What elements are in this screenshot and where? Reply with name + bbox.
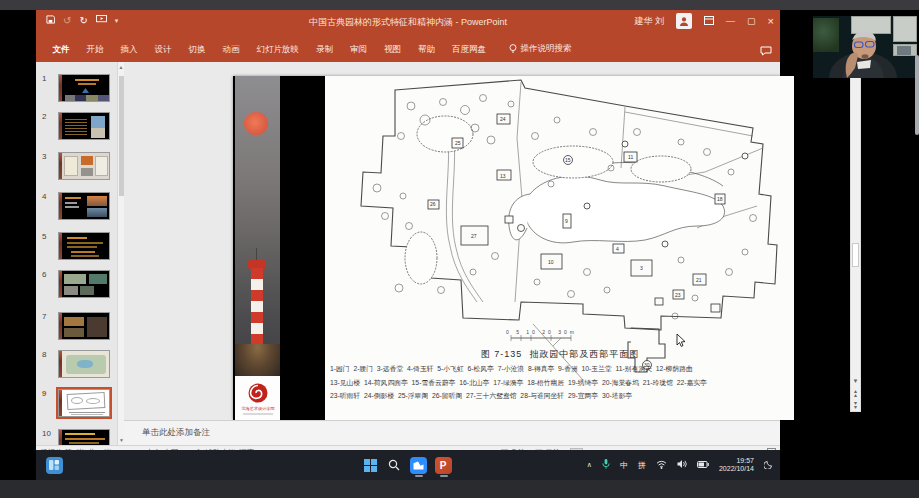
slide-photo-strip: 北海艺术设计学院: [235, 76, 280, 420]
tell-me-search[interactable]: 操作说明搜索: [509, 43, 572, 55]
microphone-icon[interactable]: [602, 459, 610, 472]
slide-thumbnail-6[interactable]: [58, 270, 110, 298]
next-slide-button[interactable]: ▾▾: [851, 401, 860, 411]
logo-text: 北海艺术设计学院: [241, 406, 274, 411]
save-icon[interactable]: [46, 15, 55, 26]
do-not-disturb-moon-icon[interactable]: [764, 459, 774, 471]
meeting-bottom-bar: [0, 480, 919, 498]
start-button[interactable]: [360, 455, 380, 475]
slide-number: 4: [42, 192, 46, 201]
powerpoint-app-icon[interactable]: P: [433, 455, 453, 475]
svg-text:4: 4: [616, 246, 619, 252]
windows-taskbar: P ∧ 中 拼 19:57 2022/10/14: [36, 450, 780, 480]
slide-edit-area: 北海艺术设计学院: [124, 62, 780, 420]
slide-number: 5: [42, 232, 46, 241]
tray-clock[interactable]: 19:57 2022/10/14: [719, 457, 754, 473]
panel-scrollbar-right[interactable]: [915, 55, 919, 135]
slide-thumbnail-1[interactable]: [58, 74, 110, 102]
powerpoint-window: 中国古典园林的形式特征和精神内涵 - PowerPoint ↺ ↻ ▾ 建华 刘…: [36, 10, 780, 450]
participant-video-tile[interactable]: [813, 16, 917, 78]
svg-text:26: 26: [430, 201, 436, 207]
close-button[interactable]: ×: [768, 15, 774, 27]
svg-text:25: 25: [455, 140, 461, 146]
qat-customize-icon[interactable]: ▾: [115, 17, 119, 25]
slide-thumbnail-2[interactable]: [58, 112, 110, 140]
svg-text:23: 23: [675, 292, 681, 298]
slide-number: 7: [42, 312, 46, 321]
slide-number: 6: [42, 270, 46, 279]
svg-text:21: 21: [696, 277, 702, 283]
plan-legend-line-3: 23-听雨轩 24-倒影楼 25-浮翠阁 26-留听阁 27-三十六鸳鸯馆 28…: [330, 391, 792, 401]
slide-number-selected: 9: [42, 389, 46, 398]
tab-transitions[interactable]: 切换: [180, 36, 214, 62]
slide-thumbnail-10[interactable]: [58, 429, 110, 445]
tab-baidu-netdisk[interactable]: 百度网盘: [444, 36, 495, 62]
slide-number: 1: [42, 74, 46, 83]
tab-review[interactable]: 审阅: [342, 36, 376, 62]
tab-insert[interactable]: 插入: [112, 36, 146, 62]
battery-icon[interactable]: [697, 461, 709, 470]
garden-plan-figure: 15 13 24 25 26 27 10 3 4 9 11 18 21 23: [325, 76, 794, 420]
svg-text:13: 13: [500, 173, 506, 179]
avatar[interactable]: [676, 13, 692, 29]
plan-legend-line-1: 1-园门 2-腰门 3-远香堂 4-倚玉轩 5-小飞虹 6-松风亭 7-小沧浪 …: [330, 364, 792, 374]
previous-slide-button[interactable]: ▴▴: [851, 389, 860, 399]
slide-thumbnail-5[interactable]: [58, 232, 110, 260]
tab-file[interactable]: 文件: [44, 36, 78, 62]
scroll-down-icon[interactable]: ▼: [851, 377, 860, 387]
scroll-thumb[interactable]: [852, 243, 859, 267]
svg-text:24: 24: [500, 116, 506, 122]
svg-text:18: 18: [717, 196, 723, 202]
redo-icon[interactable]: ↻: [79, 15, 87, 26]
undo-icon[interactable]: ↺: [63, 15, 71, 26]
slide-number: 10: [42, 429, 51, 438]
account-name[interactable]: 建华 刘: [635, 15, 665, 28]
ribbon-display-options-icon[interactable]: [704, 16, 714, 27]
slide-number: 3: [42, 152, 46, 161]
slide-thumbnail-9-selected[interactable]: [58, 389, 110, 417]
minimize-button[interactable]: —: [726, 16, 735, 26]
notes-pane[interactable]: 单击此处添加备注: [124, 420, 780, 445]
sun-photo: [244, 112, 268, 135]
meeting-top-bar: [0, 0, 919, 10]
slide-scrollbar[interactable]: ▲ ▼ ▴▴ ▾▾: [850, 62, 861, 412]
titlebar-controls: 建华 刘 — ▢ ×: [635, 13, 774, 29]
slide-number: 2: [42, 112, 46, 121]
tab-animations[interactable]: 动画: [214, 36, 248, 62]
widgets-icon[interactable]: [44, 455, 64, 475]
tab-slideshow[interactable]: 幻灯片放映: [248, 36, 308, 62]
tab-design[interactable]: 设计: [146, 36, 180, 62]
lighthouse-rocks: [235, 344, 280, 378]
tab-record[interactable]: 录制: [308, 36, 342, 62]
notes-placeholder: 单击此处添加备注: [142, 427, 210, 437]
volume-icon[interactable]: [677, 459, 687, 471]
plan-scale-bar-label: 0 5 10 20 30m: [506, 329, 577, 335]
logo-subtext-bar: [243, 413, 273, 415]
svg-text:10: 10: [548, 259, 554, 265]
thumbnail-scrollbar[interactable]: ▲ ▼: [117, 62, 124, 445]
start-slideshow-icon[interactable]: [96, 15, 107, 26]
lightbulb-icon: [509, 44, 517, 54]
slide-canvas[interactable]: 北海艺术设计学院: [233, 76, 844, 420]
slide-thumbnail-8[interactable]: [58, 350, 110, 378]
svg-text:15: 15: [565, 157, 571, 163]
svg-text:9: 9: [565, 218, 568, 224]
comments-bubble-icon[interactable]: [760, 42, 772, 60]
plan-legend-line-2: 13-见山楼 14-荷风四面亭 15-雪香云蔚亭 16-北山亭 17-绿漪亭 1…: [330, 378, 792, 388]
tray-chevron-icon[interactable]: ∧: [587, 461, 592, 469]
participant-person: [813, 16, 917, 78]
restore-button[interactable]: ▢: [747, 16, 756, 26]
slide-thumbnail-4[interactable]: [58, 192, 110, 220]
slide-thumbnail-7[interactable]: [58, 312, 110, 340]
slide-thumbnail-3[interactable]: [58, 152, 110, 180]
tab-home[interactable]: 开始: [78, 36, 112, 62]
wifi-icon[interactable]: [656, 460, 667, 471]
titlebar: 中国古典园林的形式特征和精神内涵 - PowerPoint ↺ ↻ ▾ 建华 刘…: [36, 10, 780, 36]
tab-help[interactable]: 帮助: [410, 36, 444, 62]
search-icon[interactable]: [384, 455, 404, 475]
ime-mode[interactable]: 拼: [638, 460, 646, 471]
tab-view[interactable]: 视图: [376, 36, 410, 62]
tray-time: 19:57: [736, 457, 754, 464]
meeting-app-icon[interactable]: [408, 455, 428, 475]
ime-language[interactable]: 中: [620, 460, 628, 471]
